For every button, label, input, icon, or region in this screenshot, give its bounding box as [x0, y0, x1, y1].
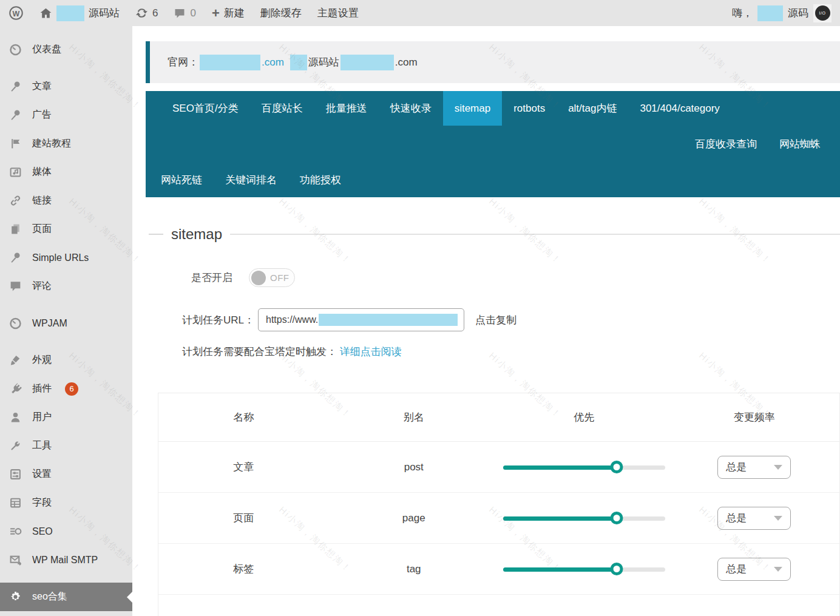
pin-icon [9, 109, 22, 121]
frequency-dropdown[interactable]: 总是 [717, 507, 791, 530]
sidebar-item-pages[interactable]: 页面 [0, 215, 132, 243]
tab-sitemap[interactable]: sitemap [443, 91, 503, 126]
note-text: 计划任务需要配合宝塔定时触发： [182, 346, 337, 357]
clear-cache-button[interactable]: 删除缓存 [260, 6, 302, 20]
svg-text:W: W [13, 10, 20, 18]
tab-rotbots[interactable]: rotbots [502, 91, 557, 126]
priority-slider[interactable] [503, 563, 665, 576]
wordpress-logo-icon: W [8, 5, 24, 21]
site-link[interactable]: 源码站 [39, 5, 120, 21]
dashboard-icon [9, 43, 22, 56]
redacted-text [56, 5, 84, 21]
seo-plugin-nav: SEO首页/分类 百度站长 批量推送 快速收录 sitemap rotbots … [146, 91, 840, 197]
plugin-icon [9, 382, 22, 395]
sidebar-item-fields[interactable]: 字段 [0, 489, 132, 517]
mail-icon [9, 553, 22, 566]
redacted-text [200, 55, 260, 70]
section-title: sitemap [171, 226, 222, 243]
sidebar-item-appearance[interactable]: 外观 [0, 346, 132, 374]
frequency-dropdown[interactable]: 总是 [717, 456, 791, 479]
sidebar-item-seo[interactable]: SEO [0, 517, 132, 546]
sidebar-item-wpjam[interactable]: WPJAM [0, 309, 132, 337]
sidebar-item-tools[interactable]: 工具 [0, 432, 132, 460]
frequency-dropdown[interactable]: 总是 [717, 558, 791, 581]
pin-icon [9, 251, 22, 264]
tab-fast-index[interactable]: 快速收录 [379, 91, 443, 126]
tab-batch-push[interactable]: 批量推送 [314, 91, 379, 126]
admin-bar: W 源码站 6 0 + 新建 删除缓存 主题设置 嗨， 源码 I/O [0, 0, 840, 26]
tab-dead-links[interactable]: 网站死链 [161, 173, 202, 187]
wordpress-menu[interactable]: W [8, 5, 24, 21]
toggle-knob [251, 271, 266, 285]
comments-count: 0 [190, 7, 195, 19]
row-alias: tag [329, 563, 500, 575]
sidebar-item-seo-collection[interactable]: seo合集 [0, 583, 132, 611]
new-content-button[interactable]: + 新建 [212, 6, 245, 20]
account-menu[interactable]: 嗨， 源码 I/O [732, 4, 832, 22]
users-icon [9, 411, 22, 424]
sidebar-item-media[interactable]: 媒体 [0, 158, 132, 186]
comments-icon [9, 280, 22, 293]
theme-settings-button[interactable]: 主题设置 [317, 6, 359, 20]
row-alias: page [329, 512, 500, 524]
active-menu-arrow [127, 592, 132, 603]
redacted-text [319, 314, 458, 326]
gear-icon [9, 591, 22, 603]
row-name: 标签 [158, 562, 329, 576]
row-alias: post [329, 461, 500, 473]
tab-site-spider[interactable]: 网站蜘蛛 [779, 137, 821, 151]
col-header-frequency: 变更频率 [669, 410, 840, 424]
toggle-state: OFF [270, 272, 290, 283]
sidebar-item-posts[interactable]: 文章 [0, 72, 132, 101]
updates-count: 6 [152, 7, 158, 19]
slider-handle[interactable] [610, 563, 623, 575]
col-header-name: 名称 [158, 410, 329, 424]
official-site-notice: 官网： .com 源码站 .com [146, 41, 840, 83]
copy-button[interactable]: 点击复制 [475, 313, 517, 327]
update-icon [135, 7, 148, 19]
tab-alt-tag-links[interactable]: alt/tag内链 [557, 91, 628, 126]
greeting-text: 嗨， [732, 6, 753, 20]
url-label: 计划任务URL： [182, 313, 254, 327]
redacted-text [290, 55, 307, 70]
sitemap-settings-table: 名称 别名 优先 变更频率 文章 post 总是 [158, 393, 840, 616]
redacted-text [340, 55, 394, 70]
cron-url-input[interactable]: https://www. [258, 308, 464, 331]
tab-keyword-ranking[interactable]: 关键词排名 [225, 173, 277, 187]
sidebar-item-wp-mail-smtp[interactable]: WP Mail SMTP [0, 546, 132, 574]
table-row: 文章 post 总是 [158, 442, 839, 493]
sidebar-item-dashboard[interactable]: 仪表盘 [0, 35, 132, 64]
slider-handle[interactable] [610, 461, 623, 473]
sitemap-enable-toggle[interactable]: OFF [249, 268, 295, 287]
main-content: 官网： .com 源码站 .com SEO首页/分类 百度站长 批量推送 快速收… [132, 26, 840, 616]
sidebar-item-simple-urls[interactable]: Simple URLs [0, 243, 132, 272]
chevron-down-icon [774, 516, 782, 521]
pin-icon [9, 80, 22, 93]
sidebar-item-plugins[interactable]: 插件 6 [0, 374, 132, 403]
chevron-down-icon [774, 567, 782, 572]
priority-slider[interactable] [503, 461, 665, 474]
fields-icon [9, 496, 22, 509]
tab-feature-license[interactable]: 功能授权 [300, 173, 341, 187]
settings-icon [9, 468, 22, 481]
tab-seo-home[interactable]: SEO首页/分类 [161, 91, 250, 126]
comment-icon [174, 7, 186, 19]
comments-link[interactable]: 0 [174, 7, 195, 19]
sidebar-item-comments[interactable]: 评论 [0, 272, 132, 300]
site-name: 源码站 [89, 6, 120, 20]
table-row: 页面 page 总是 [158, 493, 839, 544]
sidebar-item-links[interactable]: 链接 [0, 186, 132, 215]
tab-baidu-index-query[interactable]: 百度收录查询 [695, 137, 757, 151]
updates-link[interactable]: 6 [135, 7, 158, 19]
read-more-link[interactable]: 详细点击阅读 [340, 346, 402, 357]
sidebar-item-users[interactable]: 用户 [0, 403, 132, 432]
sidebar-item-tutorials[interactable]: 建站教程 [0, 129, 132, 158]
sidebar-item-ads[interactable]: 广告 [0, 101, 132, 129]
official-site-link[interactable]: .com [262, 56, 284, 69]
slider-handle[interactable] [610, 512, 623, 524]
tab-301-404-category[interactable]: 301/404/category [628, 91, 731, 126]
sidebar-item-settings[interactable]: 设置 [0, 460, 132, 489]
seo-icon [9, 525, 22, 538]
priority-slider[interactable] [503, 512, 665, 525]
tab-baidu-webmaster[interactable]: 百度站长 [250, 91, 314, 126]
